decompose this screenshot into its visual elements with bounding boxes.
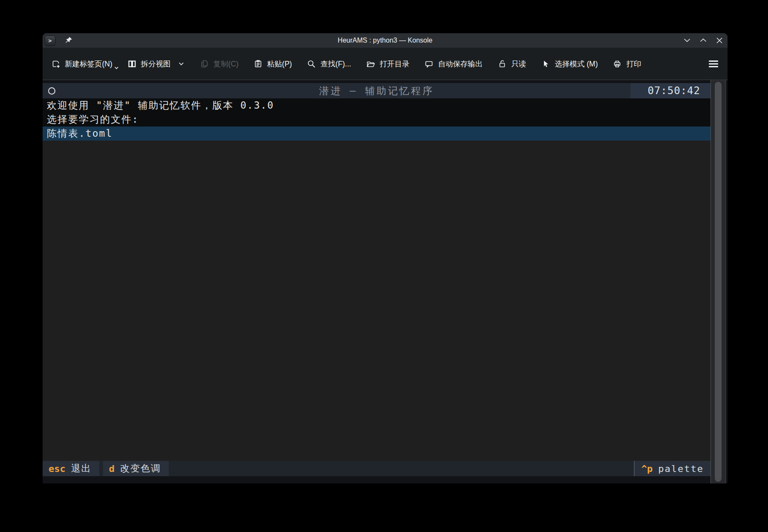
open-directory-button[interactable]: 打开目录 xyxy=(366,59,409,69)
chevron-down-icon xyxy=(178,60,185,67)
printer-icon xyxy=(613,59,622,69)
new-tab-button[interactable]: 新建标签页(N) xyxy=(51,59,112,69)
copy-label: 复制(C) xyxy=(213,59,239,69)
pushpin-icon[interactable] xyxy=(64,36,73,45)
konsole-window: > HeurAMS : python3 — Konsole 新建 xyxy=(43,33,728,483)
read-only-button[interactable]: 只读 xyxy=(498,59,526,69)
tui-footer-bar: esc 退出 d 改变色调 ^p palette xyxy=(43,461,710,476)
lock-open-icon xyxy=(498,59,507,69)
print-label: 打印 xyxy=(626,59,641,69)
key-esc: esc xyxy=(49,463,66,474)
autosave-output-button[interactable]: 自动保存输出 xyxy=(424,59,483,69)
folder-open-icon xyxy=(366,59,375,69)
scrollbar-thumb[interactable] xyxy=(715,82,722,482)
select-mode-label: 选择模式 (M) xyxy=(555,59,598,69)
tab-new-icon xyxy=(51,59,60,69)
terminal-area[interactable]: 潜进 – 辅助记忆程序 07:50:42 欢迎使用 "潜进" 辅助记忆软件，版本… xyxy=(43,80,728,483)
command-palette-binding[interactable]: ^p palette xyxy=(634,461,710,476)
konsole-app-icon-glyph: > xyxy=(49,37,52,44)
paste-icon xyxy=(253,59,263,69)
split-view-label: 拆分视图 xyxy=(141,59,171,69)
autosave-output-label: 自动保存输出 xyxy=(438,59,483,69)
chevron-down-icon xyxy=(114,64,119,73)
window-controls xyxy=(682,36,728,46)
close-icon xyxy=(715,36,724,45)
title-bar[interactable]: > HeurAMS : python3 — Konsole xyxy=(43,33,728,48)
search-icon xyxy=(307,59,316,69)
tui-screen: 潜进 – 辅助记忆程序 07:50:42 欢迎使用 "潜进" 辅助记忆软件，版本… xyxy=(43,80,710,483)
cursor-arrow-icon xyxy=(541,59,550,69)
chevron-up-icon xyxy=(699,36,708,45)
hamburger-icon xyxy=(708,59,719,69)
tui-empty-area xyxy=(43,141,710,461)
paste-label: 粘贴(P) xyxy=(267,59,292,69)
minimize-button[interactable] xyxy=(682,36,692,46)
new-tab-label: 新建标签页(N) xyxy=(65,59,112,69)
open-directory-label: 打开目录 xyxy=(380,59,409,69)
tui-bottom-padding xyxy=(43,476,710,483)
chevron-down-icon xyxy=(682,36,692,45)
konsole-app-icon: > xyxy=(45,35,55,46)
palette-label: palette xyxy=(658,463,704,474)
read-only-label: 只读 xyxy=(511,59,526,69)
maximize-button[interactable] xyxy=(698,36,708,46)
split-view-button[interactable]: 拆分视图 xyxy=(127,59,185,69)
find-button[interactable]: 查找(F)... xyxy=(307,59,351,69)
footer-spacer xyxy=(169,461,634,476)
file-list-item-selected[interactable]: 陈情表.toml xyxy=(43,127,710,141)
key-esc-label: 退出 xyxy=(71,462,92,475)
paste-button[interactable]: 粘贴(P) xyxy=(253,59,292,69)
print-button[interactable]: 打印 xyxy=(613,59,641,69)
tui-app-title: 潜进 – 辅助记忆程序 xyxy=(43,84,710,98)
terminal-text-line: 选择要学习的文件: xyxy=(43,112,710,127)
window-title: HeurAMS : python3 — Konsole xyxy=(43,37,728,44)
close-button[interactable] xyxy=(714,36,724,46)
footer-binding-d[interactable]: d 改变色调 xyxy=(103,461,169,476)
find-label: 查找(F)... xyxy=(320,59,351,69)
tui-top-padding xyxy=(43,80,710,83)
select-mode-button[interactable]: 选择模式 (M) xyxy=(541,59,598,69)
scrollbar-track[interactable] xyxy=(710,80,726,483)
key-ctrl-p: ^p xyxy=(641,463,653,474)
tui-clock: 07:50:42 xyxy=(630,83,710,98)
circle-outline-icon[interactable] xyxy=(48,87,55,95)
footer-gap xyxy=(99,461,103,476)
menu-button[interactable] xyxy=(708,59,719,69)
key-d-label: 改变色调 xyxy=(120,462,161,475)
speech-bubble-icon xyxy=(424,59,434,69)
key-d: d xyxy=(109,463,115,474)
copy-button: 复制(C) xyxy=(200,59,239,69)
toolbar: 新建标签页(N) 拆分视图 复制(C) xyxy=(43,48,728,80)
terminal-text-line: 欢迎使用 "潜进" 辅助记忆软件，版本 0.3.0 xyxy=(43,98,710,112)
copy-icon xyxy=(200,59,209,69)
window-right-edge xyxy=(726,80,728,483)
tui-header-bar: 潜进 – 辅助记忆程序 07:50:42 xyxy=(43,83,710,98)
split-view-icon xyxy=(127,59,137,69)
footer-binding-esc[interactable]: esc 退出 xyxy=(43,461,99,476)
